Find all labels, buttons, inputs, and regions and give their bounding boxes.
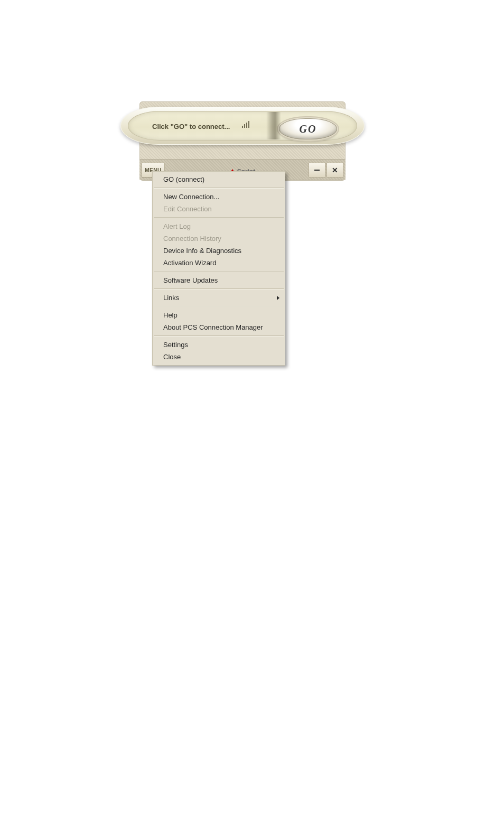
menu-item-label: GO (connect) [163, 175, 204, 183]
menu-separator [154, 271, 284, 272]
menu-separator [154, 188, 284, 189]
menu-item-edit-connection: Edit Connection [153, 203, 285, 215]
menu-separator [154, 217, 284, 218]
close-button[interactable]: ✕ [326, 163, 343, 178]
menu-item-settings[interactable]: Settings [153, 339, 285, 351]
menu-item-label: Edit Connection [163, 205, 212, 213]
menu-item-device-info-diagnostics[interactable]: Device Info & Diagnostics [153, 245, 285, 257]
menu-separator [154, 306, 284, 307]
menu-item-label: Close [163, 353, 181, 361]
menu-item-label: Help [163, 311, 178, 319]
go-button-label: GO [300, 123, 317, 135]
menu-item-go-connect[interactable]: GO (connect) [153, 173, 285, 185]
menu-item-about-pcs-connection-manager[interactable]: About PCS Connection Manager [153, 321, 285, 333]
main-menu-dropdown[interactable]: GO (connect)New Connection...Edit Connec… [152, 171, 285, 366]
submenu-arrow-icon [277, 296, 279, 300]
menu-item-software-updates[interactable]: Software Updates [153, 274, 285, 286]
menu-item-connection-history: Connection History [153, 232, 285, 245]
menu-item-label: About PCS Connection Manager [163, 323, 263, 331]
signal-icon [242, 119, 251, 128]
menu-separator [154, 288, 284, 290]
menu-item-links[interactable]: Links [153, 292, 285, 304]
menu-item-label: Links [163, 294, 179, 302]
display-oval: Click "GO" to connect... GO [120, 107, 365, 145]
minimize-icon [314, 170, 320, 171]
menu-item-label: Alert Log [163, 222, 191, 230]
menu-item-new-connection[interactable]: New Connection... [153, 191, 285, 203]
menu-item-label: Settings [163, 341, 188, 349]
menu-item-label: Activation Wizard [163, 259, 216, 267]
connection-manager-window: Click "GO" to connect... GO MENU Sprint [139, 101, 346, 180]
menu-item-label: Software Updates [163, 276, 218, 284]
menu-item-activation-wizard[interactable]: Activation Wizard [153, 257, 285, 269]
menu-item-label: Device Info & Diagnostics [163, 247, 241, 255]
menu-item-label: New Connection... [163, 193, 219, 201]
display-panel: Click "GO" to connect... GO [128, 111, 357, 141]
menu-item-label: Connection History [163, 235, 221, 242]
status-text: Click "GO" to connect... [152, 123, 230, 130]
menu-item-help[interactable]: Help [153, 309, 285, 321]
go-button[interactable]: GO [279, 118, 337, 139]
menu-separator [154, 335, 284, 337]
menu-item-alert-log: Alert Log [153, 220, 285, 232]
close-icon: ✕ [332, 166, 338, 174]
menu-item-close[interactable]: Close [153, 351, 285, 363]
minimize-button[interactable] [309, 163, 325, 178]
